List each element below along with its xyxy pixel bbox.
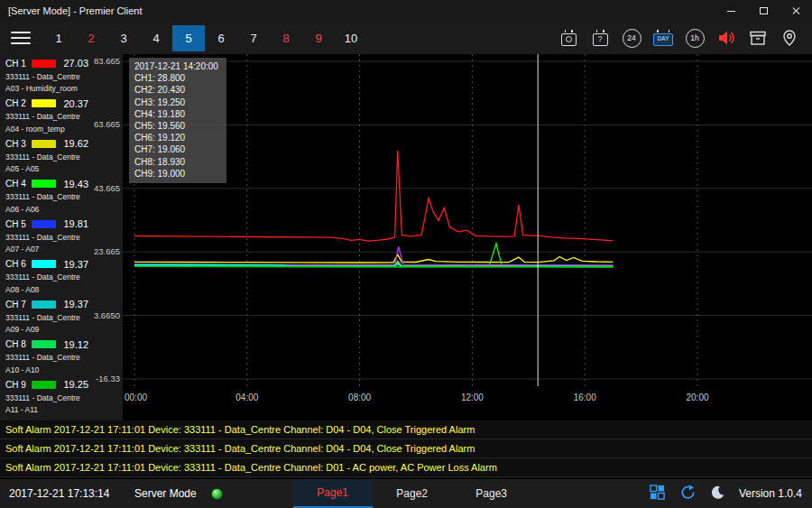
tooltip-row: CH5: 19.560 [134,120,218,132]
channel-item-2[interactable]: CH 220.37333111 - Data_CentreA04 - room_… [0,97,92,138]
page-button-3[interactable]: 3 [107,25,140,51]
interval-24h-button[interactable]: 24 [621,27,642,49]
channel-item-6[interactable]: CH 619.37333111 - Data_CentreA08 - A08 [0,258,92,299]
sync-icon[interactable] [679,484,697,503]
window-title: [Server Mode] - Premier Client [0,5,715,16]
channel-item-1[interactable]: CH 127.03333111 - Data_CentreA03 - Humid… [0,57,92,97]
close-button[interactable] [780,0,812,22]
page-button-6[interactable]: 6 [205,25,237,51]
page-button-7[interactable]: 7 [237,25,270,51]
alarm-row-1[interactable]: Soft Alarm 2017-12-21 17:11:01 Device: 3… [0,420,812,439]
channel-list: CH 127.03333111 - Data_CentreA03 - Humid… [0,54,92,420]
interval-1h-button[interactable]: 1h [684,27,706,49]
channel-color-swatch [32,140,56,148]
status-bar: 2017-12-21 17:13:14 Server Mode Page1Pag… [0,478,812,508]
channel-item-4[interactable]: CH 419.43333111 - Data_CentreA06 - A06 [0,178,92,218]
channel-name: CH 2 [5,98,28,108]
page-tabs: 12345678910 [42,25,367,51]
channel-device: 333111 - Data_Centre [5,353,88,362]
page-button-1[interactable]: 1 [42,25,75,51]
channel-item-8[interactable]: CH 819.12333111 - Data_CentreA10 - A10 [0,338,92,379]
page-button-8[interactable]: 8 [270,25,302,51]
calendar-question-icon[interactable]: ? [589,27,611,49]
series-CH9 [134,266,613,267]
y-tick-label: 23.665 [94,246,120,256]
alarm-row-2[interactable]: Soft Alarm 2017-12-21 17:11:01 Device: 3… [0,439,812,458]
status-icons [649,484,739,503]
y-tick-label: 63.665 [94,119,120,129]
channel-name: CH 5 [5,219,28,229]
tooltip-row: CH7: 19.060 [134,143,218,155]
tab-page3[interactable]: Page3 [452,479,531,508]
y-tick-label: -16.33 [96,374,120,383]
channel-value: 27.03 [60,58,88,69]
channel-device: 333111 - Data_Centre [5,152,88,162]
channel-item-3[interactable]: CH 319.62333111 - Data_CentreA05 - A05 [0,137,92,178]
page-button-5[interactable]: 5 [172,25,205,51]
page-button-9[interactable]: 9 [302,25,335,51]
layout-grid-icon[interactable] [649,484,666,503]
channel-point: A11 - A11 [5,405,88,414]
y-axis: 83.66563.66543.66523.6653.6650-16.33 [92,54,123,420]
channel-color-swatch [32,99,56,107]
channel-value: 19.43 [60,179,88,189]
interval-day-button[interactable]: DAY [652,27,674,49]
tooltip-row: CH3: 19.250 [134,97,218,108]
channel-point: A03 - Humidity_room [5,84,88,93]
channel-device: 333111 - Data_Centre [5,233,88,242]
tooltip-row: CH9: 19.000 [134,168,218,180]
tab-page2[interactable]: Page2 [373,479,452,508]
channel-point: A09 - A09 [5,325,88,334]
speaker-icon[interactable] [715,27,737,49]
channel-item-7[interactable]: CH 719.37333111 - Data_CentreA09 - A09 [0,298,92,338]
channel-device: 333111 - Data_Centre [5,72,88,81]
page-button-4[interactable]: 4 [140,25,172,51]
status-timestamp: 2017-12-21 17:13:14 [0,487,122,500]
channel-device: 333111 - Data_Centre [5,272,88,282]
channel-value: 20.37 [60,98,88,109]
maximize-button[interactable] [747,0,780,22]
channel-point: A06 - A06 [5,205,88,214]
channel-name: CH 1 [5,59,28,69]
close-icon [791,6,800,15]
tooltip-timestamp: 2017-12-21 14:20:00 [134,60,218,72]
series-CH2 [134,254,613,263]
alarm-list: Soft Alarm 2017-12-21 17:11:01 Device: 3… [0,420,812,478]
channel-name: CH 8 [5,339,28,349]
channel-value: 19.12 [60,339,88,350]
x-tick-label: 12:00 [461,393,484,402]
channel-name: CH 6 [5,259,28,269]
channel-item-5[interactable]: CH 519.81333111 - Data_CentreA07 - A07 [0,217,92,258]
archive-icon[interactable] [747,27,769,49]
app-window: [Server Mode] - Premier Client 123456789… [0,0,812,508]
tab-page1[interactable]: Page1 [293,479,373,508]
channel-color-swatch [32,260,56,268]
channel-item-9[interactable]: CH 919.25333111 - Data_CentreA11 - A11 [0,378,92,419]
tooltip-rows: CH1: 28.800CH2: 20.430CH3: 19.250CH4: 19… [134,72,218,180]
menu-button[interactable] [11,32,31,44]
channel-name: CH 7 [5,300,28,309]
location-pin-icon[interactable] [779,27,800,49]
tooltip-row: CH2: 20.430 [134,84,218,96]
channel-point: A05 - A05 [5,164,88,173]
calendar-report-icon[interactable] [558,27,579,49]
channel-device: 333111 - Data_Centre [5,313,88,322]
channel-value: 19.62 [60,138,88,149]
page-button-10[interactable]: 10 [335,25,367,51]
version-label: Version 1.0.4 [739,487,812,500]
channel-color-swatch [32,180,56,188]
channel-device: 333111 - Data_Centre [5,112,88,121]
dark-mode-moon-icon[interactable] [710,485,726,503]
minimize-button[interactable] [715,0,747,22]
channel-device: 333111 - Data_Centre [5,192,88,201]
channel-value: 19.25 [60,379,88,390]
alarm-row-3[interactable]: Soft Alarm 2017-12-21 17:11:01 Device: 3… [0,458,812,477]
x-tick-label: 20:00 [686,393,708,402]
x-tick-label: 16:00 [574,393,596,402]
connection-led [211,488,223,500]
page-button-2[interactable]: 2 [75,25,107,51]
mode-label: Server Mode [134,487,197,500]
chart-tooltip: 2017-12-21 14:20:00 CH1: 28.800CH2: 20.4… [129,58,226,183]
channel-color-swatch [32,60,56,68]
maximize-icon [760,7,768,14]
